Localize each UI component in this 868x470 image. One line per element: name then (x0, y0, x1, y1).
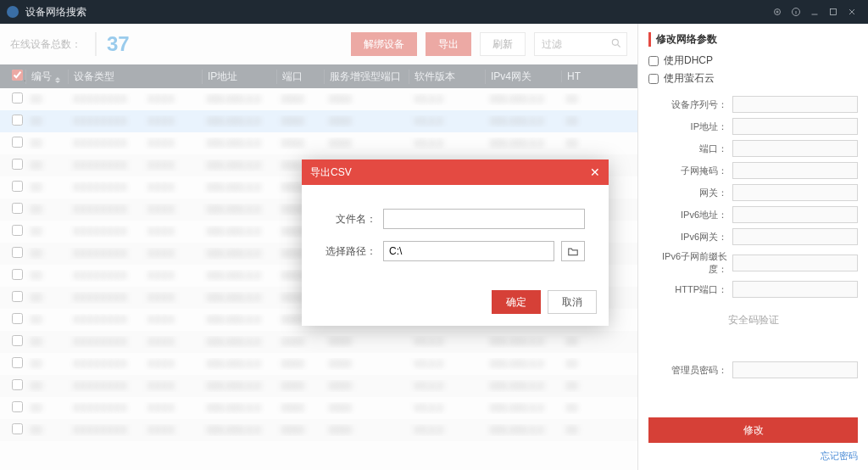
path-input[interactable] (383, 241, 554, 261)
app-title: 设备网络搜索 (25, 5, 86, 20)
close-icon[interactable] (843, 3, 861, 21)
admin-pw-label: 管理员密码： (648, 364, 732, 377)
browse-button[interactable] (561, 241, 585, 261)
http-input[interactable] (732, 281, 858, 298)
svg-point-1 (776, 11, 778, 13)
gw-label: 网关： (648, 187, 732, 199)
serial-label: 设备序列号： (648, 98, 732, 111)
main-panel: 在线设备总数： 37 解绑设备 导出 刷新 编号 设备类型 IP地址 端口 服务… (0, 24, 637, 470)
security-section-title: 安全码验证 (648, 313, 858, 327)
ip-input[interactable] (732, 118, 858, 135)
ipv6-input[interactable] (732, 206, 858, 223)
mask-input[interactable] (732, 162, 858, 179)
modify-button[interactable]: 修改 (648, 417, 858, 443)
settings-icon[interactable] (768, 3, 787, 21)
dialog-ok-button[interactable]: 确定 (492, 290, 541, 314)
svg-point-0 (775, 9, 781, 15)
app-logo-icon (7, 6, 19, 18)
dhcp-checkbox[interactable] (648, 56, 659, 66)
path-label: 选择路径： (326, 244, 376, 259)
ipv6gw-input[interactable] (732, 228, 858, 245)
export-csv-dialog: 导出CSV ✕ 文件名： 选择路径： 确定 取消 (302, 159, 609, 326)
ipv6-label: IPv6地址： (648, 209, 732, 221)
mask-label: 子网掩码： (648, 165, 732, 177)
dialog-cancel-button[interactable]: 取消 (548, 290, 597, 314)
ezviz-label: 使用萤石云 (664, 71, 715, 86)
ipv6len-label: IPv6子网前缀长度： (648, 250, 732, 276)
ezviz-checkbox[interactable] (648, 74, 659, 84)
titlebar: 设备网络搜索 (0, 0, 868, 24)
http-label: HTTP端口： (648, 283, 732, 296)
side-panel-title: 修改网络参数 (648, 32, 858, 47)
forgot-password-link[interactable]: 忘记密码 (648, 450, 858, 462)
dialog-header: 导出CSV ✕ (302, 159, 609, 185)
dialog-title: 导出CSV (310, 165, 352, 180)
ipv6len-input[interactable] (732, 255, 858, 271)
dialog-close-icon[interactable]: ✕ (590, 165, 600, 179)
minimize-icon[interactable] (805, 3, 824, 21)
ip-label: IP地址： (648, 120, 732, 133)
dhcp-label: 使用DHCP (664, 53, 713, 68)
serial-input[interactable] (732, 96, 858, 113)
svg-rect-6 (831, 9, 837, 15)
admin-pw-input[interactable] (732, 361, 858, 378)
gw-input[interactable] (732, 184, 858, 201)
filename-label: 文件名： (326, 212, 376, 227)
folder-icon (567, 246, 579, 256)
ipv6gw-label: IPv6网关： (648, 231, 732, 243)
filename-input[interactable] (383, 209, 585, 229)
maximize-icon[interactable] (824, 3, 843, 21)
port-label: 端口： (648, 143, 732, 155)
info-icon[interactable] (787, 3, 805, 21)
port-input[interactable] (732, 140, 858, 157)
side-panel: 修改网络参数 使用DHCP 使用萤石云 设备序列号： IP地址： 端口： 子网掩… (637, 24, 868, 470)
